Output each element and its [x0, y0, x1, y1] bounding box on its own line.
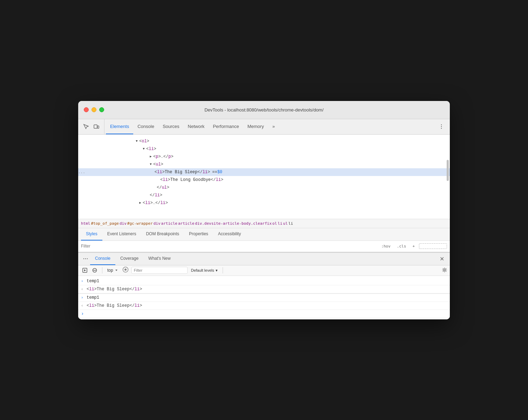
- svg-point-14: [124, 269, 127, 271]
- run-script-button[interactable]: [81, 266, 89, 274]
- svg-rect-1: [97, 126, 99, 128]
- breadcrumb-div2[interactable]: div: [154, 221, 161, 226]
- add-rule-button[interactable]: +: [410, 243, 417, 250]
- device-toggle-icon[interactable]: [92, 122, 101, 131]
- svg-point-3: [441, 126, 442, 127]
- breadcrumb-div-devsite[interactable]: div.devsite-article-body.clearfix: [195, 221, 272, 226]
- close-button[interactable]: [84, 107, 89, 112]
- console-filter-input[interactable]: [131, 267, 188, 274]
- breadcrumb-html[interactable]: html: [81, 221, 90, 226]
- dom-line-li-collapsed: <li>…</li>: [78, 199, 450, 207]
- sub-tab-dom-breakpoints[interactable]: DOM Breakpoints: [141, 228, 184, 241]
- tab-memory[interactable]: Memory: [243, 119, 268, 134]
- console-var-3: temp1: [87, 294, 99, 301]
- inspect-icon[interactable]: [81, 122, 91, 131]
- drawer-close-button[interactable]: ✕: [437, 253, 447, 265]
- tab-sources[interactable]: Sources: [158, 119, 184, 134]
- console-toolbar: top Default levels ▾: [78, 265, 450, 276]
- breadcrumb-li[interactable]: li: [278, 221, 282, 226]
- console-output-2: <li>The Big Sleep</li>: [87, 286, 142, 292]
- breadcrumb-article1[interactable]: article: [161, 221, 177, 226]
- console-arrow-1: ›: [81, 278, 84, 284]
- sub-tab-event-listeners[interactable]: Event Listeners: [102, 228, 141, 241]
- devtools-menu-icon[interactable]: [436, 119, 447, 134]
- console-line-3: › temp1: [78, 294, 450, 302]
- dom-panel: <ol> <li> <p>…</p> <ul> ... <li>The Big …: [78, 135, 450, 219]
- hov-button[interactable]: :hov: [379, 243, 393, 250]
- triangle-ol[interactable]: [134, 139, 139, 144]
- minimize-button[interactable]: [92, 107, 96, 112]
- styles-filter-tools: :hov .cls +: [379, 243, 447, 250]
- console-content: › temp1 ‹ <li>The Big Sleep</li> › temp1…: [78, 276, 450, 319]
- console-arrow-2: ‹: [81, 286, 84, 292]
- console-prompt: ›: [81, 311, 84, 317]
- dom-line-indent: <ol>: [78, 137, 450, 145]
- dashed-box: [419, 243, 447, 249]
- sub-tab-properties[interactable]: Properties: [184, 228, 213, 241]
- context-selector[interactable]: top: [106, 267, 120, 273]
- title-bar: DevTools - localhost:8080/web/tools/chro…: [78, 101, 450, 119]
- drawer-tab-whats-new[interactable]: What's New: [143, 253, 176, 265]
- cls-button[interactable]: .cls: [395, 243, 408, 250]
- svg-point-7: [87, 258, 88, 259]
- dom-scrollbar-thumb[interactable]: [447, 160, 449, 181]
- dom-scrollbar[interactable]: [446, 135, 449, 219]
- log-levels-selector[interactable]: Default levels ▾: [190, 267, 219, 273]
- tab-console[interactable]: Console: [133, 119, 158, 134]
- dom-line-li: <li>: [78, 145, 450, 153]
- drawer-menu-icon[interactable]: [81, 253, 90, 265]
- breadcrumb: html #top_of_page div #gc-wrapper div ar…: [78, 219, 450, 228]
- triangle-p[interactable]: [148, 154, 153, 159]
- svg-point-4: [441, 128, 442, 129]
- tab-elements[interactable]: Elements: [106, 119, 133, 134]
- dom-line-long-goodbye: <li>The Long Goodbye</li>: [78, 176, 450, 184]
- console-arrow-3: ›: [81, 294, 84, 301]
- triangle-ul[interactable]: [148, 162, 153, 167]
- maximize-button[interactable]: [99, 107, 104, 112]
- styles-filter-input[interactable]: [81, 244, 379, 249]
- svg-point-2: [441, 124, 442, 125]
- tab-more[interactable]: »: [268, 119, 279, 134]
- dom-line-p: <p>…</p>: [78, 153, 450, 161]
- devtools-tab-bar: Elements Console Sources Network Perform…: [78, 119, 450, 135]
- toolbar-divider2: [223, 267, 223, 273]
- dom-line-li-close: </li>: [78, 191, 450, 199]
- sub-tab-styles[interactable]: Styles: [81, 228, 102, 241]
- traffic-lights: [84, 107, 104, 112]
- console-settings-icon[interactable]: [442, 267, 447, 273]
- triangle-li[interactable]: [141, 147, 146, 151]
- drawer-tab-console[interactable]: Console: [90, 253, 115, 265]
- styles-filter-bar: :hov .cls +: [78, 241, 450, 252]
- tab-network[interactable]: Network: [184, 119, 209, 134]
- clear-console-button[interactable]: [91, 266, 99, 274]
- drawer-tab-coverage[interactable]: Coverage: [115, 253, 143, 265]
- breadcrumb-top-of-page[interactable]: #top_of_page: [91, 221, 119, 226]
- dom-line-ul-close: </ul>: [78, 184, 450, 191]
- dom-line-ul: <ul>: [78, 161, 450, 168]
- toolbar-divider: [102, 267, 102, 273]
- console-arrow-4: ‹: [81, 303, 84, 309]
- dom-line-selected[interactable]: ... <li>The Big Sleep</li> == $0: [78, 168, 450, 176]
- console-line-5[interactable]: ›: [78, 310, 450, 318]
- svg-point-6: [85, 258, 86, 259]
- console-line-1: › temp1: [78, 277, 450, 285]
- svg-rect-0: [94, 125, 97, 128]
- sub-tab-bar: Styles Event Listeners DOM Breakpoints P…: [78, 228, 450, 241]
- console-line-4: ‹ <li>The Big Sleep</li>: [78, 302, 450, 310]
- breadcrumb-article2[interactable]: article: [178, 221, 194, 226]
- toolbar-icons: [81, 119, 104, 134]
- triangle-li2[interactable]: [138, 201, 143, 205]
- breadcrumb-gc-wrapper[interactable]: #gc-wrapper: [127, 221, 153, 226]
- breadcrumb-ol[interactable]: ol: [272, 221, 277, 226]
- breadcrumb-li2[interactable]: li: [289, 221, 293, 226]
- sub-tab-accessibility[interactable]: Accessibility: [213, 228, 246, 241]
- console-drawer: Console Coverage What's New ✕: [78, 252, 450, 319]
- tab-performance[interactable]: Performance: [209, 119, 243, 134]
- svg-point-5: [83, 258, 84, 259]
- console-output-4: <li>The Big Sleep</li>: [87, 303, 142, 309]
- console-line-2: ‹ <li>The Big Sleep</li>: [78, 285, 450, 293]
- svg-point-15: [444, 269, 446, 271]
- window-title: DevTools - localhost:8080/web/tools/chro…: [204, 107, 324, 113]
- breadcrumb-ul[interactable]: ul: [283, 221, 287, 226]
- breadcrumb-div1[interactable]: div: [120, 221, 127, 226]
